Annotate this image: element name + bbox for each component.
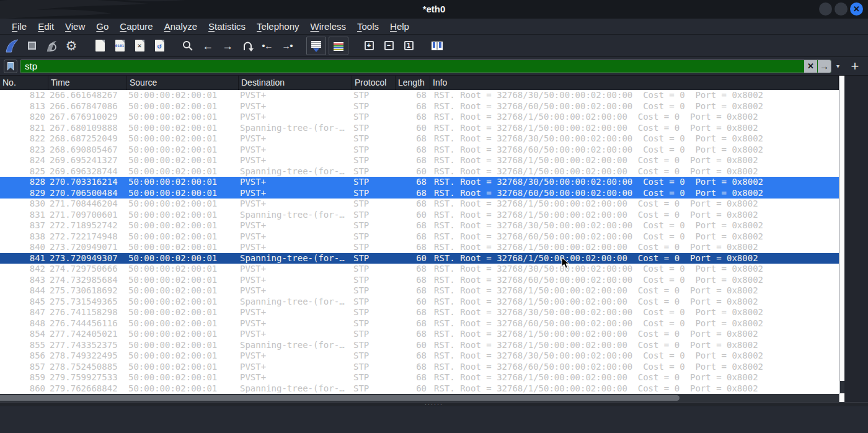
cell-no: 847 xyxy=(0,307,48,318)
minimize-button[interactable] xyxy=(819,2,832,16)
colorize-toggle-button[interactable] xyxy=(329,37,348,55)
display-filter-input[interactable] xyxy=(20,60,804,73)
cell-time: 279.759927533 xyxy=(48,372,127,383)
cell-info: RST. Root = 32768/30/50:00:00:02:00:00 C… xyxy=(430,264,839,275)
resize-columns-icon xyxy=(432,42,443,50)
packet-row[interactable]: 857 278.752450885 50:00:00:02:00:01 PVST… xyxy=(0,362,839,373)
filter-add-button[interactable]: + xyxy=(847,60,863,73)
find-packet-button[interactable] xyxy=(179,37,197,55)
packet-row[interactable]: 855 277.743352375 50:00:00:02:00:01 Span… xyxy=(0,340,839,351)
capture-options-button[interactable]: ⚙ xyxy=(62,37,81,55)
cell-destination: PVST+ xyxy=(239,362,352,373)
menu-edit[interactable]: Edit xyxy=(32,21,60,32)
go-last-packet-button[interactable]: →• xyxy=(278,37,296,55)
packet-row[interactable]: 848 276.744456116 50:00:00:02:00:01 PVST… xyxy=(0,318,839,329)
packet-row[interactable]: 856 278.749322495 50:00:00:02:00:01 PVST… xyxy=(0,350,839,362)
auto-scroll-toggle-button[interactable] xyxy=(306,37,326,55)
go-forward-button[interactable]: → xyxy=(218,37,237,55)
menu-help[interactable]: Help xyxy=(384,21,415,32)
cell-info: RST. Root = 32768/60/50:00:00:02:00:00 C… xyxy=(430,145,839,156)
packet-row[interactable]: 829 270.706500484 50:00:00:02:00:01 PVST… xyxy=(0,188,839,199)
go-first-packet-button[interactable]: •← xyxy=(258,37,277,55)
menu-file[interactable]: File xyxy=(6,21,32,32)
pane-splitter[interactable]: ······ xyxy=(0,402,868,406)
packet-row[interactable]: 830 271.708446204 50:00:00:02:00:01 PVST… xyxy=(0,199,839,210)
column-header-info[interactable]: Info xyxy=(430,76,839,90)
packet-row[interactable]: 824 269.695241327 50:00:00:02:00:01 PVST… xyxy=(0,155,839,166)
packet-row[interactable]: 860 279.762668842 50:00:00:02:00:01 Span… xyxy=(0,383,839,395)
column-header-source[interactable]: Source xyxy=(127,76,239,90)
cell-no: 829 xyxy=(0,188,48,199)
close-file-button[interactable]: ✕ xyxy=(130,37,149,55)
packet-row[interactable]: 842 274.729750666 50:00:00:02:00:01 PVST… xyxy=(0,264,839,275)
go-back-button[interactable]: ← xyxy=(198,37,217,55)
cell-destination: PVST+ xyxy=(239,177,352,188)
packet-row[interactable]: 822 268.687252049 50:00:00:02:00:01 PVST… xyxy=(0,133,839,145)
packet-row[interactable]: 838 272.722174948 50:00:00:02:00:01 PVST… xyxy=(0,231,839,243)
packet-row[interactable]: 813 266.667847086 50:00:00:02:00:01 PVST… xyxy=(0,101,839,112)
packet-row[interactable]: 854 277.742405021 50:00:00:02:00:01 PVST… xyxy=(0,329,839,340)
packet-row[interactable]: 823 268.690805467 50:00:00:02:00:01 PVST… xyxy=(0,145,839,156)
resize-columns-button[interactable] xyxy=(428,37,446,55)
zoom-in-button[interactable]: + xyxy=(360,37,378,55)
cell-source: 50:00:00:02:00:01 xyxy=(127,166,239,177)
maximize-button[interactable] xyxy=(835,2,848,16)
packet-row[interactable]: 843 274.732985684 50:00:00:02:00:01 PVST… xyxy=(0,275,839,286)
packet-row[interactable]: 845 275.731549365 50:00:00:02:00:01 Span… xyxy=(0,297,839,308)
packet-row[interactable]: 859 279.759927533 50:00:00:02:00:01 PVST… xyxy=(0,372,839,383)
filter-dropdown-caret[interactable]: ▾ xyxy=(834,63,842,69)
stop-capture-button[interactable] xyxy=(22,37,41,55)
menu-go[interactable]: Go xyxy=(91,21,114,32)
horizontal-scrollbar[interactable] xyxy=(0,394,839,402)
column-header-length[interactable]: Length xyxy=(396,76,430,90)
cell-length: 68 xyxy=(396,307,430,318)
zoom-out-button[interactable]: − xyxy=(379,37,398,55)
packet-row[interactable]: 847 276.741158298 50:00:00:02:00:01 PVST… xyxy=(0,307,839,318)
packet-row[interactable]: 828 270.703316214 50:00:00:02:00:01 PVST… xyxy=(0,177,839,188)
horizontal-scrollbar-thumb[interactable] xyxy=(0,395,680,401)
menu-telephony[interactable]: Telephony xyxy=(251,21,304,32)
menu-wireless[interactable]: Wireless xyxy=(305,21,352,32)
packet-row[interactable]: 812 266.661648267 50:00:00:02:00:01 PVST… xyxy=(0,90,839,101)
column-header-protocol[interactable]: Protocol xyxy=(352,76,396,90)
cell-source: 50:00:00:02:00:01 xyxy=(127,90,239,101)
packet-row[interactable]: 831 271.709700601 50:00:00:02:00:01 Span… xyxy=(0,210,839,221)
cell-info: RST. Root = 32768/1/50:00:00:02:00:00 Co… xyxy=(430,210,839,221)
vertical-scrollbar[interactable] xyxy=(839,76,844,402)
restart-capture-button[interactable] xyxy=(42,37,61,55)
packet-row[interactable]: 837 272.718952742 50:00:00:02:00:01 PVST… xyxy=(0,220,839,231)
cell-length: 60 xyxy=(396,210,430,221)
menu-statistics[interactable]: Statistics xyxy=(203,21,251,32)
cell-source: 50:00:00:02:00:01 xyxy=(127,101,239,112)
packet-list-header: No.TimeSourceDestinationProtocolLengthIn… xyxy=(0,76,839,90)
menu-tools[interactable]: Tools xyxy=(352,21,384,32)
save-file-button[interactable]: 0101 xyxy=(110,37,129,55)
packet-row[interactable]: 821 267.680109888 50:00:00:02:00:01 Span… xyxy=(0,123,839,134)
packet-row[interactable]: 820 267.676910029 50:00:00:02:00:01 PVST… xyxy=(0,112,839,123)
normal-size-button[interactable]: 1 xyxy=(399,37,418,55)
arrow-right-icon: → xyxy=(222,40,233,51)
reload-file-button[interactable]: ↺ xyxy=(150,37,169,55)
menu-view[interactable]: View xyxy=(60,21,91,32)
column-header-no[interactable]: No. xyxy=(0,76,48,90)
close-button[interactable]: ✕ xyxy=(850,2,863,16)
vertical-scrollbar-thumb[interactable] xyxy=(840,381,844,393)
column-header-destination[interactable]: Destination xyxy=(239,76,352,90)
cell-destination: PVST+ xyxy=(239,285,352,297)
go-to-packet-button[interactable] xyxy=(238,37,257,55)
menu-capture[interactable]: Capture xyxy=(114,21,158,32)
packet-row[interactable]: 840 273.720949071 50:00:00:02:00:01 PVST… xyxy=(0,242,839,253)
cell-length: 60 xyxy=(396,123,430,134)
packet-row[interactable]: 841 273.720949307 50:00:00:02:00:01 Span… xyxy=(0,253,839,264)
filter-bookmark-button[interactable] xyxy=(4,60,17,73)
packet-row[interactable]: 825 269.696328744 50:00:00:02:00:01 Span… xyxy=(0,166,839,177)
menu-analyze[interactable]: Analyze xyxy=(159,21,203,32)
packet-row[interactable]: 844 275.730618692 50:00:00:02:00:01 PVST… xyxy=(0,285,839,297)
start-capture-button[interactable] xyxy=(2,37,21,55)
filter-clear-button[interactable]: ✕ xyxy=(804,60,817,73)
right-margin xyxy=(844,76,868,402)
open-file-button[interactable] xyxy=(91,37,109,55)
cell-destination: Spanning-tree-(for-… xyxy=(239,383,352,395)
column-header-time[interactable]: Time xyxy=(48,76,127,90)
filter-apply-button[interactable]: → xyxy=(818,60,831,73)
